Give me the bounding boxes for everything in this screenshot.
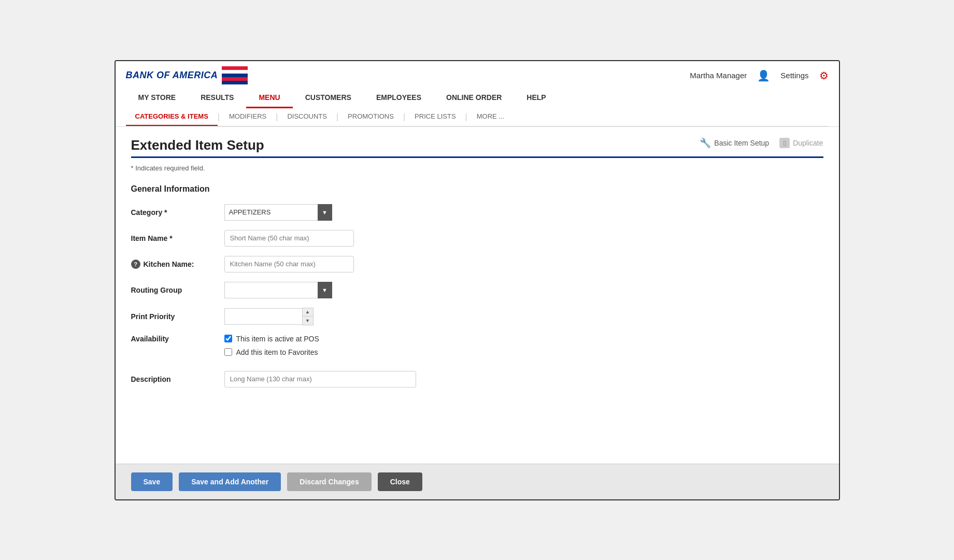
duplicate-button[interactable]: ▯ Duplicate [779,138,823,148]
print-priority-spinner: 50 ▲ ▼ [224,308,314,325]
category-select-value: APPETIZERS [224,204,318,221]
basic-item-setup-label: Basic Item Setup [714,139,769,147]
category-label: Category * [131,208,224,217]
logo-flag-icon [222,66,248,85]
svg-rect-1 [222,70,248,74]
page-actions: 🔧 Basic Item Setup ▯ Duplicate [700,137,823,149]
subnav-more[interactable]: MORE ... [467,108,514,126]
spinner-up-button[interactable]: ▲ [303,308,313,317]
wrench-icon: 🔧 [700,137,711,149]
logo-text: BANK OF AMERICA [126,70,218,81]
routing-group-label: Routing Group [131,286,224,294]
top-nav: BANK OF AMERICA Martha Manager 👤 Setting… [116,61,839,127]
user-profile-icon[interactable]: 👤 [757,69,770,82]
close-button[interactable]: Close [378,472,422,491]
logo: BANK OF AMERICA [126,66,248,85]
sub-nav: CATEGORIES & ITEMS | MODIFIERS | DISCOUN… [126,108,829,126]
description-label: Description [131,375,224,383]
print-priority-input[interactable]: 50 [224,308,302,325]
bottom-bar: Save Save and Add Another Discard Change… [116,464,839,499]
availability-favorites-checkbox[interactable] [224,348,232,356]
routing-group-select-value [224,282,318,298]
kitchen-name-row: ? Kitchen Name: [131,256,818,272]
svg-rect-3 [222,77,248,81]
section-general-title: General Information [131,184,818,194]
availability-pos-checkbox[interactable] [224,335,232,342]
basic-item-setup-button[interactable]: 🔧 Basic Item Setup [700,137,769,149]
availability-favorites-label: Add this item to Favorites [236,348,318,356]
save-add-another-button[interactable]: Save and Add Another [179,472,281,491]
routing-group-dropdown-button[interactable] [318,282,332,298]
item-name-label: Item Name * [131,234,224,242]
availability-options: This item is active at POS Add this item… [224,335,319,362]
svg-rect-0 [222,66,248,70]
item-name-input[interactable] [224,230,354,247]
item-name-row: Item Name * [131,230,818,247]
duplicate-label: Duplicate [793,139,823,147]
nav-customers[interactable]: CUSTOMERS [293,88,364,108]
content-area: Extended Item Setup 🔧 Basic Item Setup ▯… [116,127,839,464]
availability-favorites-row: Add this item to Favorites [224,348,319,356]
kitchen-name-label: ? Kitchen Name: [131,260,224,269]
settings-gear-icon[interactable]: ⚙ [819,69,829,82]
availability-label: Availability [131,335,224,343]
main-window: BANK OF AMERICA Martha Manager 👤 Setting… [115,60,840,500]
description-row: Description [131,371,818,387]
print-priority-row: Print Priority 50 ▲ ▼ [131,308,818,325]
category-row: Category * APPETIZERS [131,204,818,221]
save-button[interactable]: Save [131,472,173,491]
routing-group-select-wrapper [224,282,332,298]
subnav-discounts[interactable]: DISCOUNTS [278,108,336,126]
duplicate-icon: ▯ [779,138,790,148]
subnav-promotions[interactable]: PROMOTIONS [338,108,403,126]
subnav-price-lists[interactable]: PRICE LISTS [405,108,465,126]
user-area: Martha Manager 👤 Settings ⚙ [690,69,828,82]
form-area: General Information Category * APPETIZER… [131,184,823,397]
subnav-modifiers[interactable]: MODIFIERS [220,108,276,126]
kitchen-name-input[interactable] [224,256,354,272]
availability-pos-row: This item is active at POS [224,335,319,343]
svg-rect-2 [222,74,248,77]
svg-rect-4 [222,81,248,84]
category-select-wrapper: APPETIZERS [224,204,332,221]
description-input[interactable] [224,371,416,387]
settings-link[interactable]: Settings [780,71,808,80]
print-priority-label: Print Priority [131,312,224,321]
kitchen-name-help-icon[interactable]: ? [131,260,140,269]
subnav-categories-items[interactable]: CATEGORIES & ITEMS [126,108,218,126]
availability-row: Availability This item is active at POS … [131,335,818,362]
nav-results[interactable]: RESULTS [188,88,246,108]
nav-online-order[interactable]: ONLINE ORDER [434,88,514,108]
nav-menu[interactable]: MENU [246,88,292,108]
page-title: Extended Item Setup [131,137,264,153]
spinner-down-button[interactable]: ▼ [303,317,313,325]
routing-group-row: Routing Group [131,282,818,298]
page-header: Extended Item Setup 🔧 Basic Item Setup ▯… [131,137,823,153]
header-divider [131,156,823,158]
category-dropdown-button[interactable] [318,204,332,221]
nav-my-store[interactable]: MY STORE [126,88,189,108]
nav-help[interactable]: HELP [514,88,558,108]
user-name: Martha Manager [690,71,747,80]
spinner-buttons: ▲ ▼ [302,308,314,325]
main-nav: MY STORE RESULTS MENU CUSTOMERS EMPLOYEE… [126,88,829,108]
discard-changes-button[interactable]: Discard Changes [287,472,371,491]
availability-pos-label: This item is active at POS [236,335,319,343]
nav-employees[interactable]: EMPLOYEES [364,88,434,108]
required-note: * Indicates required field. [131,164,823,172]
